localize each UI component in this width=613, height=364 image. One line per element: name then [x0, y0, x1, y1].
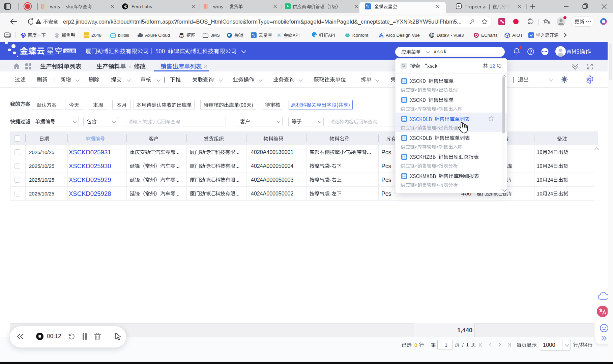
svg-text:du: du [22, 35, 24, 37]
svg-text:2048: 2048 [84, 35, 89, 37]
